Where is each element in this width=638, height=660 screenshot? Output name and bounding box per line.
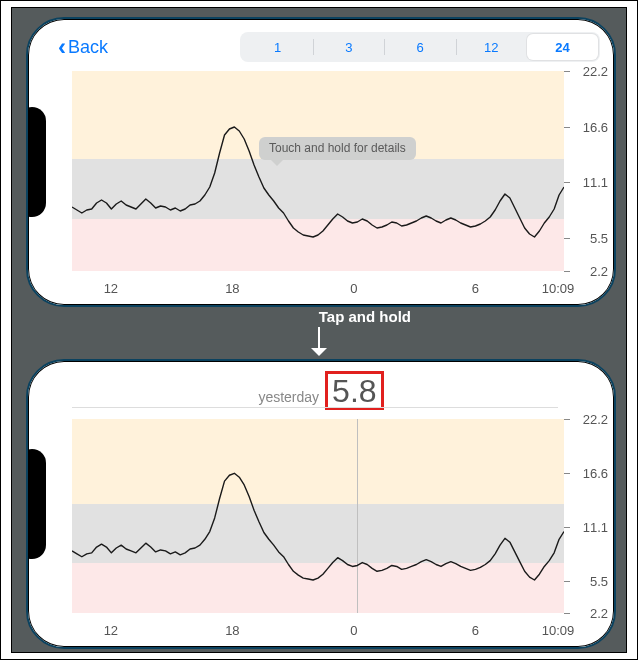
annotation-label: Tap and hold (319, 308, 411, 325)
y-tick-label: 11.1 (583, 175, 608, 190)
back-button[interactable]: ‹ Back (58, 35, 108, 59)
nav-bar: ‹ Back 1 3 6 12 24 (58, 27, 600, 67)
x-axis-labels: 12180610:09 (72, 623, 558, 641)
device-notch (26, 449, 46, 559)
y-axis-labels: 22.216.611.15.52.2 (570, 419, 610, 613)
device-notch (26, 107, 46, 217)
chart-line (72, 71, 564, 271)
x-tick-label: 6 (472, 623, 479, 638)
x-tick-label: 0 (350, 281, 357, 296)
annotation: Tap and hold (219, 308, 419, 355)
readout-highlight: 5.8 (325, 371, 383, 410)
segment-24h[interactable]: 24 (527, 34, 598, 60)
x-tick-label: 10:09 (542, 623, 575, 638)
segment-6h[interactable]: 6 (384, 34, 455, 60)
x-tick-label: 0 (350, 623, 357, 638)
x-tick-label: 18 (225, 281, 239, 296)
x-axis-labels: 12180610:09 (72, 281, 558, 299)
y-tick-label: 5.5 (590, 231, 608, 246)
readout-value: 5.8 (332, 373, 376, 409)
segment-3h[interactable]: 3 (313, 34, 384, 60)
y-tick-label: 22.2 (583, 412, 608, 427)
x-tick-label: 12 (104, 623, 118, 638)
segment-12h[interactable]: 12 (456, 34, 527, 60)
chevron-left-icon: ‹ (58, 35, 66, 59)
y-tick-label: 5.5 (590, 573, 608, 588)
y-tick-label: 2.2 (590, 264, 608, 279)
y-axis-labels: 22.216.611.15.52.2 (570, 71, 610, 271)
phone-before: ‹ Back 1 3 6 12 24 Touch and hold (26, 17, 616, 307)
y-tick-label: 11.1 (583, 519, 608, 534)
chart-line (72, 419, 564, 613)
x-tick-label: 18 (225, 623, 239, 638)
segment-1h[interactable]: 1 (242, 34, 313, 60)
x-tick-label: 12 (104, 281, 118, 296)
back-label: Back (68, 37, 108, 58)
x-tick-label: 6 (472, 281, 479, 296)
y-tick-label: 2.2 (590, 606, 608, 621)
time-range-segmented: 1 3 6 12 24 (240, 32, 600, 62)
x-tick-label: 10:09 (542, 281, 575, 296)
chart-area-top[interactable]: Touch and hold for details (64, 71, 600, 295)
readout-header: yesterday 5.8 (28, 371, 614, 410)
arrow-down-icon (318, 327, 320, 355)
readout-underline (72, 407, 558, 408)
y-tick-label: 16.6 (583, 120, 608, 135)
readout-label: yesterday (258, 389, 319, 405)
y-tick-label: 22.2 (583, 64, 608, 79)
chart-area-bottom[interactable] (64, 419, 600, 637)
phone-after: yesterday 5.8 22.216.611.15.52.2 1218061… (26, 359, 616, 649)
y-tick-label: 16.6 (583, 466, 608, 481)
